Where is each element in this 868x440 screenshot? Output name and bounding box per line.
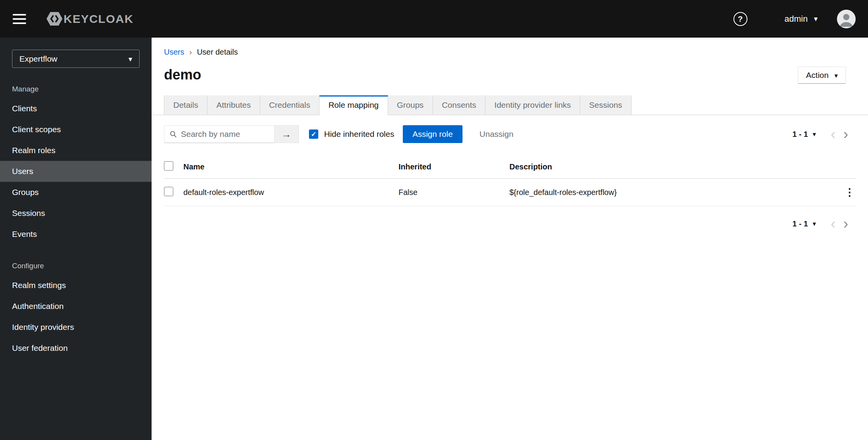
chevron-down-icon xyxy=(813,130,816,138)
arrow-right-icon xyxy=(281,128,292,140)
page-title: demo xyxy=(164,67,201,83)
content-header: Users User details demo Action xyxy=(152,38,868,84)
sidebar: Expertflow Manage Clients Client scopes … xyxy=(0,38,152,440)
kebab-icon xyxy=(844,191,855,197)
chevron-down-icon xyxy=(128,54,132,64)
help-button[interactable] xyxy=(733,12,747,26)
table-wrap: Name Inherited Description default-roles… xyxy=(152,155,868,206)
pagination-next-button[interactable] xyxy=(839,216,852,231)
checkbox-checked-icon xyxy=(309,129,318,139)
tab-consents[interactable]: Consents xyxy=(433,95,486,115)
tab-identity-provider-links[interactable]: Identity provider links xyxy=(485,95,580,115)
column-header-actions xyxy=(836,155,856,179)
sidebar-item-client-scopes[interactable]: Client scopes xyxy=(0,119,152,140)
sidebar-item-realm-settings[interactable]: Realm settings xyxy=(0,275,152,296)
search-input[interactable] xyxy=(181,129,269,139)
sidebar-item-user-federation[interactable]: User federation xyxy=(0,338,152,359)
keycloak-logo-icon xyxy=(46,12,63,26)
chevron-left-icon xyxy=(831,224,836,230)
chevron-right-icon xyxy=(843,135,848,140)
nav-group-configure: Configure Realm settings Authentication … xyxy=(0,262,152,359)
brand-logo[interactable]: KEYCLOAK xyxy=(46,12,133,26)
help-icon xyxy=(738,14,743,24)
row-checkbox[interactable] xyxy=(164,187,173,196)
column-header-description: Description xyxy=(509,155,836,179)
tab-sessions[interactable]: Sessions xyxy=(580,95,632,115)
nav-list-configure: Realm settings Authentication Identity p… xyxy=(0,275,152,359)
breadcrumb-current: User details xyxy=(197,48,238,57)
tab-details[interactable]: Details xyxy=(164,95,207,115)
pagination-menu-toggle[interactable]: 1 - 1 xyxy=(792,130,816,139)
search-group xyxy=(164,125,299,143)
breadcrumb-link-users[interactable]: Users xyxy=(164,48,184,57)
search-icon xyxy=(169,130,177,138)
tab-role-mapping[interactable]: Role mapping xyxy=(319,95,388,115)
title-row: demo Action xyxy=(164,67,846,84)
chevron-down-icon xyxy=(834,71,838,80)
cell-description: ${role_default-roles-expertflow} xyxy=(509,179,836,206)
chevron-right-icon xyxy=(843,224,848,230)
pagination-prev-button[interactable] xyxy=(827,127,840,141)
pagination-menu-toggle[interactable]: 1 - 1 xyxy=(792,219,816,228)
nav-group-manage: Manage Clients Client scopes Realm roles… xyxy=(0,85,152,245)
pagination-prev-button[interactable] xyxy=(827,216,840,231)
tab-attributes[interactable]: Attributes xyxy=(207,95,260,115)
column-header-inherited: Inherited xyxy=(399,155,509,179)
tab-credentials[interactable]: Credentials xyxy=(260,95,319,115)
pagination-bottom: 1 - 1 xyxy=(792,216,852,231)
brand-text: KEYCLOAK xyxy=(64,12,133,26)
tab-groups[interactable]: Groups xyxy=(388,95,433,115)
assign-role-button[interactable]: Assign role xyxy=(403,125,462,143)
pagination-next-button[interactable] xyxy=(839,127,852,141)
pagination-top: 1 - 1 xyxy=(792,127,852,141)
sidebar-item-groups[interactable]: Groups xyxy=(0,182,152,203)
chevron-left-icon xyxy=(831,135,836,140)
sidebar-item-realm-roles[interactable]: Realm roles xyxy=(0,140,152,161)
cell-role-name: default-roles-expertflow xyxy=(183,179,399,206)
toolbar: Hide inherited roles Assign role Unassig… xyxy=(152,115,868,143)
user-avatar-icon xyxy=(837,10,856,28)
search-submit-button[interactable] xyxy=(274,125,299,143)
realm-name: Expertflow xyxy=(19,54,57,64)
select-all-checkbox[interactable] xyxy=(164,161,173,171)
user-menu[interactable]: admin xyxy=(785,14,818,24)
hide-inherited-roles-checkbox[interactable]: Hide inherited roles xyxy=(309,129,394,139)
sidebar-item-authentication[interactable]: Authentication xyxy=(0,296,152,317)
breadcrumb: Users User details xyxy=(164,48,846,57)
tabs: Details Attributes Credentials Role mapp… xyxy=(152,95,868,115)
action-dropdown[interactable]: Action xyxy=(798,67,846,84)
column-header-name: Name xyxy=(183,155,399,179)
main-content: Users User details demo Action Details A… xyxy=(152,38,868,440)
search-input-wrap xyxy=(164,125,274,143)
roles-table: Name Inherited Description default-roles… xyxy=(164,155,856,206)
pagination-range: 1 - 1 xyxy=(792,130,808,139)
chevron-down-icon xyxy=(814,14,818,23)
breadcrumb-separator-icon xyxy=(189,48,192,57)
username: admin xyxy=(785,14,808,24)
masthead: KEYCLOAK admin xyxy=(0,0,868,38)
table-row: default-roles-expertflow False ${role_de… xyxy=(164,179,856,206)
pagination-range: 1 - 1 xyxy=(792,219,808,228)
sidebar-item-identity-providers[interactable]: Identity providers xyxy=(0,317,152,338)
chevron-down-icon xyxy=(813,220,816,228)
nav-group-label: Configure xyxy=(0,262,152,270)
sidebar-item-clients[interactable]: Clients xyxy=(0,98,152,119)
nav-toggle-button[interactable] xyxy=(13,10,30,28)
action-label: Action xyxy=(806,71,828,80)
realm-selector[interactable]: Expertflow xyxy=(12,50,140,68)
cell-inherited: False xyxy=(399,179,509,206)
nav-list-manage: Clients Client scopes Realm roles Users … xyxy=(0,98,152,245)
row-kebab-menu[interactable] xyxy=(844,186,855,198)
sidebar-item-events[interactable]: Events xyxy=(0,224,152,245)
sidebar-item-sessions[interactable]: Sessions xyxy=(0,203,152,224)
nav-group-label: Manage xyxy=(0,85,152,93)
unassign-button[interactable]: Unassign xyxy=(480,129,514,139)
table-header-row: Name Inherited Description xyxy=(164,155,856,179)
checkbox-label: Hide inherited roles xyxy=(324,129,394,139)
avatar[interactable] xyxy=(837,10,856,28)
pagination-bottom-row: 1 - 1 xyxy=(152,206,868,231)
sidebar-item-users[interactable]: Users xyxy=(0,161,152,182)
hamburger-icon xyxy=(13,18,26,20)
